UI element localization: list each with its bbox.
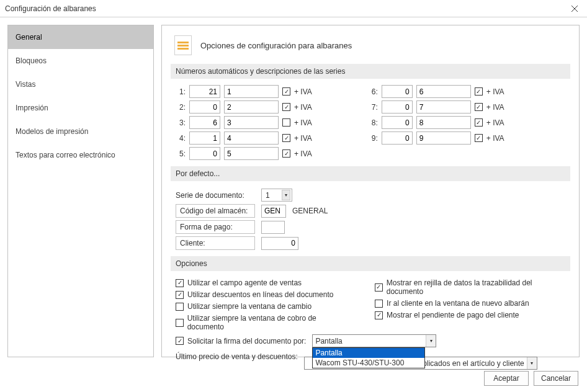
sidebar-item-bloqueos[interactable]: Bloqueos — [8, 49, 153, 73]
sidebar-item-modelos[interactable]: Modelos de impresión — [8, 120, 153, 143]
iva-label: + IVA — [294, 149, 312, 158]
series-index: 4: — [176, 134, 186, 143]
sidebar-item-general[interactable]: General — [8, 25, 153, 49]
series-num-input[interactable] — [382, 131, 413, 145]
close-button[interactable] — [562, 0, 587, 17]
checkbox-option[interactable] — [176, 291, 184, 299]
section-defaults: Por defecto... — [171, 166, 570, 181]
iva-label: + IVA — [294, 87, 312, 96]
checkbox-iva[interactable] — [475, 118, 483, 127]
titlebar: Configuración de albaranes — [0, 0, 587, 17]
iva-label: + IVA — [294, 103, 312, 112]
series-desc-input[interactable] — [416, 116, 471, 129]
dropdown-firma: Pantalla Wacom STU-430/STU-300 — [312, 347, 425, 368]
option-row: Ir al cliente en la ventana de nuevo alb… — [375, 299, 565, 308]
iva-label: + IVA — [294, 118, 312, 127]
input-pago[interactable] — [261, 221, 285, 234]
series-row: 3:+ IVA — [176, 116, 312, 129]
checkbox-option[interactable] — [176, 303, 184, 311]
option-label: Utilizar descuentos en líneas del docume… — [187, 290, 333, 299]
series-row: 4:+ IVA — [176, 131, 312, 145]
series-row: 6:+ IVA — [368, 85, 504, 98]
label-firma: Solicitar la firma del documento por: — [187, 337, 306, 345]
checkbox-option[interactable] — [176, 279, 184, 287]
series-index: 8: — [368, 118, 378, 127]
series-index: 5: — [176, 149, 186, 158]
series-num-input[interactable] — [189, 147, 220, 160]
sidebar-item-impresion[interactable]: Impresión — [8, 96, 153, 120]
chevron-down-icon: ▾ — [426, 335, 436, 347]
series-row: 7:+ IVA — [368, 100, 504, 114]
checkbox-iva[interactable] — [282, 149, 290, 158]
series-desc-input[interactable] — [224, 147, 279, 160]
series-desc-input[interactable] — [224, 116, 279, 129]
checkbox-firma[interactable] — [176, 337, 184, 345]
document-icon — [174, 35, 192, 55]
label-almacen: Código del almacén: — [176, 204, 255, 218]
option-row: Mostrar el pendiente de pago del cliente — [375, 311, 565, 319]
option-label: Utilizar el campo agente de ventas — [187, 278, 302, 287]
main-panel: Opciones de configuración para albaranes… — [161, 25, 580, 357]
option-label: Mostrar el pendiente de pago del cliente — [387, 311, 519, 319]
sidebar-item-vistas[interactable]: Vistas — [8, 73, 153, 96]
series-num-input[interactable] — [382, 100, 413, 114]
option-row: Utilizar siempre la ventana de cambio — [176, 302, 350, 311]
series-index: 9: — [368, 134, 378, 143]
checkbox-iva[interactable] — [475, 87, 483, 96]
series-num-input[interactable] — [189, 116, 220, 129]
label-pago: Forma de pago: — [176, 220, 255, 234]
option-label: Mostrar en rejilla de datos la trazabili… — [387, 278, 565, 296]
series-index: 1: — [176, 87, 186, 96]
input-almacen-code[interactable] — [261, 205, 286, 218]
dropdown-item[interactable]: Pantalla — [313, 348, 424, 358]
series-num-input[interactable] — [189, 131, 220, 145]
option-row: Utilizar descuentos en líneas del docume… — [176, 290, 350, 299]
checkbox-iva[interactable] — [282, 134, 290, 142]
series-num-input[interactable] — [189, 85, 220, 98]
section-options: Opciones — [171, 256, 570, 271]
series-index: 6: — [368, 87, 378, 96]
series-desc-input[interactable] — [416, 85, 471, 98]
sidebar-item-textos[interactable]: Textos para correo electrónico — [8, 143, 153, 167]
checkbox-iva[interactable] — [282, 87, 290, 96]
input-cliente[interactable] — [261, 237, 298, 250]
series-num-input[interactable] — [189, 100, 220, 114]
series-desc-input[interactable] — [416, 131, 471, 145]
iva-label: + IVA — [486, 118, 504, 127]
label-precio: Último precio de venta y descuentos: — [176, 352, 298, 361]
series-row: 9:+ IVA — [368, 131, 504, 145]
ok-button[interactable]: Aceptar — [484, 371, 529, 386]
checkbox-option[interactable] — [375, 283, 383, 292]
checkbox-option[interactable] — [375, 300, 383, 308]
series-row: 8:+ IVA — [368, 116, 504, 129]
option-row: Mostrar en rejilla de datos la trazabili… — [375, 278, 565, 296]
option-row: Utilizar siempre la ventana de cobro de … — [176, 314, 350, 331]
cancel-button[interactable]: Cancelar — [534, 371, 578, 386]
section-series: Números automáticos y descripciones de l… — [171, 64, 570, 79]
checkbox-iva[interactable] — [282, 118, 290, 127]
series-num-input[interactable] — [382, 116, 413, 129]
window-title: Configuración de albaranes — [5, 4, 96, 13]
series-index: 7: — [368, 103, 378, 112]
checkbox-option[interactable] — [375, 311, 383, 319]
checkbox-option[interactable] — [176, 319, 184, 327]
label-cliente: Cliente: — [176, 236, 255, 250]
almacen-desc: GENERAL — [292, 207, 328, 215]
iva-label: + IVA — [486, 103, 504, 112]
checkbox-iva[interactable] — [475, 134, 483, 142]
series-desc-input[interactable] — [224, 131, 279, 145]
iva-label: + IVA — [294, 134, 312, 143]
sidebar: General Bloqueos Vistas Impresión Modelo… — [7, 25, 154, 357]
combo-firma[interactable]: Pantalla ▾ Pantalla Wacom STU-430/STU-30… — [312, 334, 436, 347]
series-desc-input[interactable] — [224, 100, 279, 114]
select-serie[interactable]: 1 ▾ — [261, 189, 292, 202]
checkbox-iva[interactable] — [475, 103, 483, 111]
dropdown-item[interactable]: Wacom STU-430/STU-300 — [313, 358, 424, 368]
series-num-input[interactable] — [382, 85, 413, 98]
label-serie: Serie de documento: — [176, 189, 255, 202]
checkbox-iva[interactable] — [282, 103, 290, 111]
page-title: Opciones de configuración para albaranes — [200, 41, 352, 50]
series-desc-input[interactable] — [416, 100, 471, 114]
option-label: Utilizar siempre la ventana de cambio — [187, 302, 311, 311]
series-desc-input[interactable] — [224, 85, 279, 98]
